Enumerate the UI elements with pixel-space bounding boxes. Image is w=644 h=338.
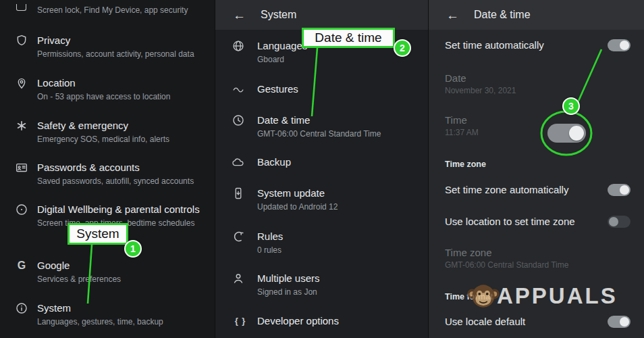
row-title: Use location to set time zone bbox=[445, 215, 575, 228]
monkey-logo-icon bbox=[466, 279, 501, 314]
row-use-location-time-zone[interactable]: Use location to set time zone bbox=[429, 215, 644, 228]
globe-icon bbox=[232, 39, 245, 53]
privacy-icon bbox=[15, 34, 28, 47]
annotation-label-date-time: Date & time bbox=[302, 28, 395, 48]
row-set-time-zone-automatically[interactable]: Set time zone automatically bbox=[429, 183, 644, 197]
braces-glyph: { } bbox=[232, 314, 249, 328]
watermark: APPUALS bbox=[466, 279, 618, 314]
item-title: Languages bbox=[257, 39, 307, 52]
back-icon[interactable]: ← bbox=[446, 9, 459, 22]
row-title: Time zone bbox=[445, 246, 491, 260]
row-title: Use locale default bbox=[445, 315, 525, 329]
gestures-icon bbox=[232, 82, 245, 96]
section-label: Time zone bbox=[445, 160, 486, 169]
step-badge-1: 1 bbox=[124, 240, 142, 258]
clock-icon bbox=[232, 114, 245, 127]
item-subtitle: GMT-06:00 Central Standard Time bbox=[257, 129, 381, 139]
rules-icon bbox=[232, 230, 245, 243]
row-value: GMT-06:00 Central Standard Time bbox=[445, 260, 568, 270]
item-title: Backup bbox=[257, 155, 291, 168]
phone-update-icon bbox=[232, 187, 245, 200]
item-title: Passwords & accounts bbox=[37, 161, 194, 174]
item-title: Location bbox=[37, 76, 170, 89]
row-value: November 30, 2021 bbox=[445, 86, 516, 96]
safety-emergency-icon bbox=[15, 119, 28, 132]
item-subtitle: Emergency SOS, medical info, alerts bbox=[37, 135, 169, 145]
item-title: Date & time bbox=[257, 114, 381, 126]
row-title: Time bbox=[445, 114, 467, 127]
item-subtitle: Languages, gestures, time, backup bbox=[37, 317, 163, 327]
set-time-zone-automatically-toggle[interactable] bbox=[608, 184, 630, 196]
item-title: Privacy bbox=[37, 34, 194, 47]
item-title: Google bbox=[37, 259, 121, 272]
item-subtitle: Signed in as Jon bbox=[257, 287, 320, 297]
cloud-icon bbox=[232, 155, 245, 169]
watermark-text: APPUALS bbox=[497, 283, 618, 309]
use-location-toggle[interactable] bbox=[608, 216, 630, 228]
item-title: Safety & emergency bbox=[37, 119, 169, 132]
google-icon: G bbox=[15, 259, 28, 272]
person-icon bbox=[232, 272, 245, 285]
row-value: 11:37 AM bbox=[445, 128, 479, 138]
row-use-locale-default[interactable]: Use locale default bbox=[429, 315, 644, 329]
page-title: System bbox=[261, 9, 296, 21]
item-title: Gestures bbox=[257, 82, 298, 95]
item-subtitle: Gboard bbox=[257, 55, 307, 65]
system-icon bbox=[15, 301, 28, 315]
back-icon[interactable]: ← bbox=[233, 9, 246, 22]
item-title: Rules bbox=[257, 230, 283, 243]
item-subtitle: On - 53 apps have access to location bbox=[37, 92, 170, 102]
annotation-label-system: System bbox=[68, 223, 128, 245]
item-title: Digital Wellbeing & parental controls bbox=[37, 203, 203, 216]
set-time-automatically-toggle[interactable] bbox=[608, 39, 630, 51]
item-subtitle: Saved passwords, autofill, synced accoun… bbox=[37, 176, 194, 187]
item-title: Developer options bbox=[257, 314, 339, 327]
row-title: Set time automatically bbox=[445, 39, 544, 52]
id-card-icon bbox=[15, 161, 28, 174]
system-header: ← System bbox=[215, 0, 428, 30]
item-subtitle: Screen lock, Find My Device, app securit… bbox=[37, 5, 188, 16]
item-title: Multiple users bbox=[257, 272, 320, 285]
row-title: Set time zone automatically bbox=[445, 183, 568, 197]
date-time-header: ← Date & time bbox=[429, 0, 644, 30]
item-title: System bbox=[37, 301, 163, 314]
magnified-toggle bbox=[547, 124, 586, 143]
item-subtitle: Updated to Android 12 bbox=[257, 202, 338, 212]
item-subtitle: Permissions, account activity, personal … bbox=[37, 49, 194, 59]
wellbeing-icon bbox=[15, 203, 28, 216]
step-badge-2: 2 bbox=[394, 39, 411, 57]
location-pin-icon bbox=[15, 76, 28, 90]
row-title: Date bbox=[445, 72, 466, 85]
item-subtitle: Services & preferences bbox=[37, 274, 121, 285]
row-set-time-automatically[interactable]: Set time automatically bbox=[429, 39, 644, 52]
settings-main-panel: Screen lock, Find My Device, app securit… bbox=[0, 0, 215, 338]
step-badge-3: 3 bbox=[562, 97, 580, 115]
page-title: Date & time bbox=[474, 9, 531, 21]
use-locale-default-toggle[interactable] bbox=[608, 316, 630, 328]
developer-braces-icon: { } bbox=[232, 314, 249, 328]
google-letter: G bbox=[15, 259, 28, 272]
lock-icon bbox=[16, 4, 26, 11]
item-title: System update bbox=[257, 187, 338, 199]
item-subtitle: 0 rules bbox=[257, 245, 283, 256]
